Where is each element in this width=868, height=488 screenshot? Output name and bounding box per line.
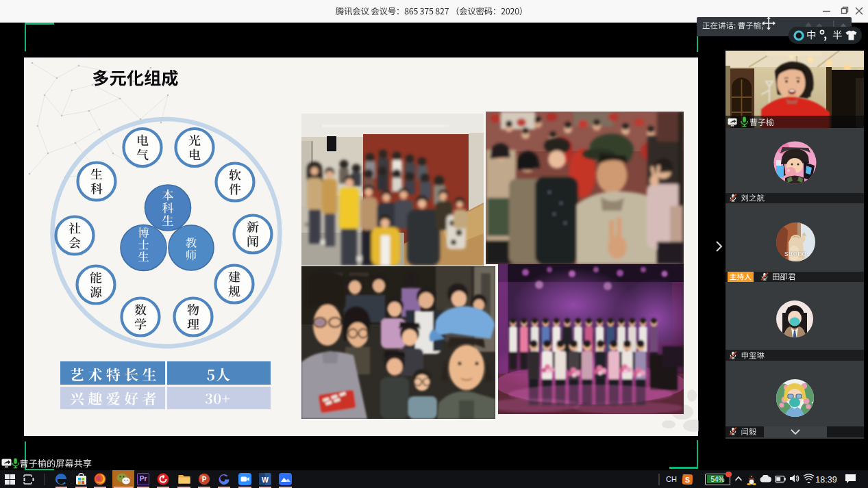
svg-text:W: W — [262, 476, 269, 484]
svg-text:P: P — [202, 476, 207, 483]
svg-text:S: S — [685, 475, 690, 483]
